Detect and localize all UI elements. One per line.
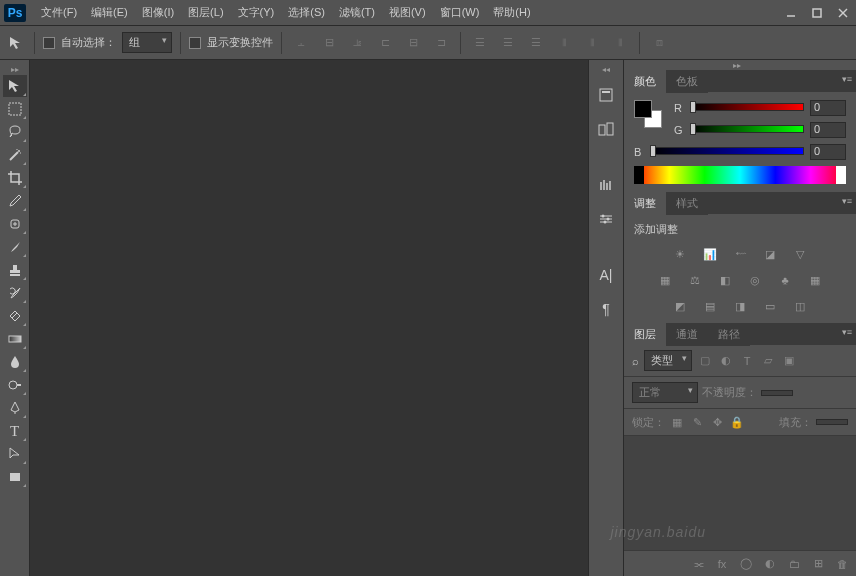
menu-edit[interactable]: 编辑(E) <box>84 1 135 24</box>
gradient-tool[interactable] <box>3 328 27 350</box>
align-left-icon[interactable]: ⊏ <box>374 32 396 54</box>
brush-presets-icon[interactable] <box>593 206 619 232</box>
selective-color-icon[interactable]: ◫ <box>790 297 810 315</box>
eraser-tool[interactable] <box>3 305 27 327</box>
stamp-tool[interactable] <box>3 259 27 281</box>
lock-position-icon[interactable]: ✥ <box>709 414 725 430</box>
align-hcenter-icon[interactable]: ⊟ <box>402 32 424 54</box>
toolbox-expand[interactable]: ▸▸ <box>0 64 29 74</box>
align-bottom-icon[interactable]: ⫡ <box>346 32 368 54</box>
rectangle-tool[interactable] <box>3 466 27 488</box>
tab-adjustments[interactable]: 调整 <box>624 192 666 215</box>
tab-styles[interactable]: 样式 <box>666 192 708 215</box>
properties-panel-icon[interactable] <box>593 116 619 142</box>
menu-type[interactable]: 文字(Y) <box>231 1 282 24</box>
r-slider[interactable] <box>690 103 804 113</box>
distribute-right-icon[interactable]: ⦀ <box>609 32 631 54</box>
healing-brush-tool[interactable] <box>3 213 27 235</box>
align-vcenter-icon[interactable]: ⊟ <box>318 32 340 54</box>
curves-icon[interactable]: ⬳ <box>730 245 750 263</box>
menu-help[interactable]: 帮助(H) <box>486 1 537 24</box>
move-tool[interactable] <box>3 75 27 97</box>
link-layers-icon[interactable]: ⫘ <box>690 556 706 572</box>
auto-select-dropdown[interactable]: 组 <box>122 32 172 53</box>
invert-icon[interactable]: ◩ <box>670 297 690 315</box>
distribute-hcenter-icon[interactable]: ⦀ <box>581 32 603 54</box>
tab-swatches[interactable]: 色板 <box>666 70 708 93</box>
color-lookup-icon[interactable]: ▦ <box>805 271 825 289</box>
g-slider[interactable] <box>690 125 804 135</box>
threshold-icon[interactable]: ◨ <box>730 297 750 315</box>
tab-color[interactable]: 颜色 <box>624 70 666 93</box>
menu-image[interactable]: 图像(I) <box>135 1 181 24</box>
menu-view[interactable]: 视图(V) <box>382 1 433 24</box>
new-fill-layer-icon[interactable]: ◐ <box>762 556 778 572</box>
align-top-icon[interactable]: ⫠ <box>290 32 312 54</box>
tab-channels[interactable]: 通道 <box>666 323 708 346</box>
adjust-panel-menu-icon[interactable]: ▾≡ <box>842 196 852 206</box>
fg-bg-swatches[interactable] <box>634 100 662 128</box>
filter-kind-dropdown[interactable]: 类型 <box>644 350 692 371</box>
type-tool[interactable]: T <box>3 420 27 442</box>
layers-panel-menu-icon[interactable]: ▾≡ <box>842 327 852 337</box>
current-tool-icon[interactable] <box>6 33 26 53</box>
3d-mode-icon[interactable]: ⧈ <box>648 32 670 54</box>
magic-wand-tool[interactable] <box>3 144 27 166</box>
auto-select-checkbox[interactable] <box>43 37 55 49</box>
filter-pixel-icon[interactable]: ▢ <box>697 353 713 369</box>
lock-all-icon[interactable]: 🔒 <box>729 414 745 430</box>
foreground-swatch[interactable] <box>634 100 652 118</box>
lock-pixels-icon[interactable]: ✎ <box>689 414 705 430</box>
align-right-icon[interactable]: ⊐ <box>430 32 452 54</box>
levels-icon[interactable]: 📊 <box>700 245 720 263</box>
lasso-tool[interactable] <box>3 121 27 143</box>
brush-tool[interactable] <box>3 236 27 258</box>
exposure-icon[interactable]: ◪ <box>760 245 780 263</box>
new-group-icon[interactable]: 🗀 <box>786 556 802 572</box>
photo-filter-icon[interactable]: ◎ <box>745 271 765 289</box>
history-brush-tool[interactable] <box>3 282 27 304</box>
filter-adjust-icon[interactable]: ◐ <box>718 353 734 369</box>
vibrance-icon[interactable]: ▽ <box>790 245 810 263</box>
blend-mode-dropdown[interactable]: 正常 <box>632 382 698 403</box>
panels-collapse[interactable]: ▸▸ <box>624 60 856 70</box>
eyedropper-tool[interactable] <box>3 190 27 212</box>
marquee-tool[interactable] <box>3 98 27 120</box>
b-slider[interactable] <box>650 147 804 157</box>
close-button[interactable] <box>830 4 856 22</box>
distribute-top-icon[interactable]: ☰ <box>469 32 491 54</box>
dodge-tool[interactable] <box>3 374 27 396</box>
layer-mask-icon[interactable]: ◯ <box>738 556 754 572</box>
filter-type-icon[interactable]: T <box>739 353 755 369</box>
fill-field[interactable] <box>816 419 848 425</box>
menu-layer[interactable]: 图层(L) <box>181 1 230 24</box>
pen-tool[interactable] <box>3 397 27 419</box>
menu-filter[interactable]: 滤镜(T) <box>332 1 382 24</box>
canvas-area[interactable] <box>30 60 588 576</box>
lock-transparent-icon[interactable]: ▦ <box>669 414 685 430</box>
minimize-button[interactable] <box>778 4 804 22</box>
distribute-vcenter-icon[interactable]: ☰ <box>497 32 519 54</box>
g-value[interactable]: 0 <box>810 122 846 138</box>
dock-expand[interactable]: ◂◂ <box>589 64 623 74</box>
path-select-tool[interactable] <box>3 443 27 465</box>
brushes-panel-icon[interactable] <box>593 172 619 198</box>
tab-paths[interactable]: 路径 <box>708 323 750 346</box>
channel-mixer-icon[interactable]: ♣ <box>775 271 795 289</box>
menu-select[interactable]: 选择(S) <box>281 1 332 24</box>
crop-tool[interactable] <box>3 167 27 189</box>
color-panel-menu-icon[interactable]: ▾≡ <box>842 74 852 84</box>
bw-icon[interactable]: ◧ <box>715 271 735 289</box>
opacity-field[interactable] <box>761 390 793 396</box>
distribute-bottom-icon[interactable]: ☰ <box>525 32 547 54</box>
r-value[interactable]: 0 <box>810 100 846 116</box>
search-icon[interactable]: ⌕ <box>632 355 639 367</box>
tab-layers[interactable]: 图层 <box>624 323 666 346</box>
color-spectrum[interactable] <box>634 166 846 184</box>
maximize-button[interactable] <box>804 4 830 22</box>
menu-file[interactable]: 文件(F) <box>34 1 84 24</box>
filter-smart-icon[interactable]: ▣ <box>781 353 797 369</box>
hue-icon[interactable]: ▦ <box>655 271 675 289</box>
color-balance-icon[interactable]: ⚖ <box>685 271 705 289</box>
brightness-icon[interactable]: ☀ <box>670 245 690 263</box>
